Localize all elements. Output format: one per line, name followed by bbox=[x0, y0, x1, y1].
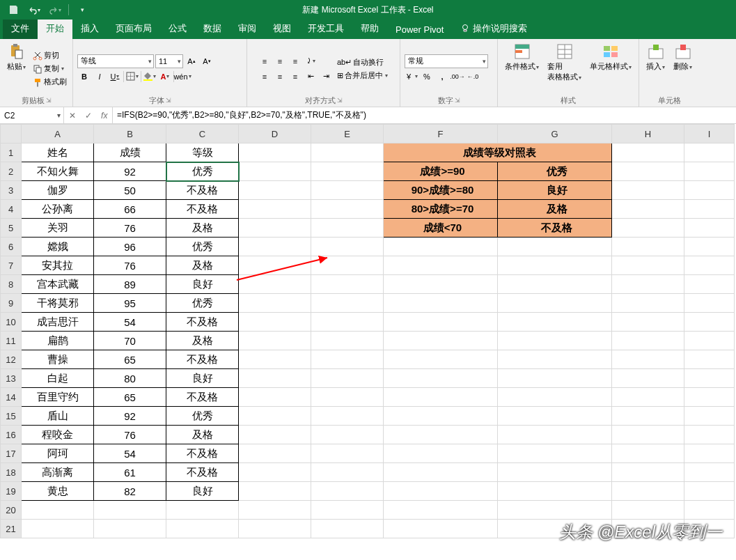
cell-D14[interactable] bbox=[239, 388, 311, 407]
cell-C10[interactable]: 不及格 bbox=[166, 313, 239, 332]
cell-C14[interactable]: 不及格 bbox=[166, 388, 239, 407]
cell-E16[interactable] bbox=[311, 426, 384, 444]
tab-help[interactable]: 帮助 bbox=[352, 18, 387, 39]
comma-button[interactable]: , bbox=[435, 70, 449, 84]
font-color-button[interactable]: A bbox=[158, 70, 172, 84]
align-middle-button[interactable]: ≡ bbox=[273, 54, 287, 68]
cell-D19[interactable] bbox=[239, 482, 311, 501]
cell-G9[interactable] bbox=[498, 294, 612, 313]
underline-button[interactable]: U bbox=[108, 70, 122, 84]
cell-A8[interactable]: 宫本武藏 bbox=[22, 275, 94, 294]
cell-H4[interactable] bbox=[612, 200, 684, 219]
cell-H10[interactable] bbox=[612, 313, 684, 332]
cell-D18[interactable] bbox=[239, 463, 311, 482]
cell-B13[interactable]: 80 bbox=[94, 369, 166, 388]
cell-E7[interactable] bbox=[311, 256, 384, 275]
cell-F17[interactable] bbox=[384, 444, 498, 463]
delete-cells-button[interactable]: 删除 bbox=[671, 42, 695, 95]
cell-F20[interactable] bbox=[384, 501, 498, 520]
increase-decimal-button[interactable]: .00→ bbox=[451, 70, 464, 84]
undo-icon[interactable]: ▾ bbox=[26, 2, 42, 17]
cell-D17[interactable] bbox=[239, 444, 311, 463]
cell-E5[interactable] bbox=[311, 219, 384, 238]
cell-B3[interactable]: 50 bbox=[94, 181, 166, 200]
cell-E3[interactable] bbox=[311, 181, 384, 200]
cell-C21[interactable] bbox=[166, 520, 239, 538]
cell-H14[interactable] bbox=[612, 388, 684, 407]
cell-G2[interactable]: 优秀 bbox=[498, 162, 612, 181]
cell-E17[interactable] bbox=[311, 444, 384, 463]
cell-F1[interactable]: 成绩等级对照表 bbox=[384, 143, 612, 162]
select-all-corner[interactable] bbox=[1, 125, 22, 143]
cell-A16[interactable]: 程咬金 bbox=[22, 426, 94, 444]
cell-D12[interactable] bbox=[239, 350, 311, 369]
cell-I14[interactable] bbox=[684, 388, 735, 407]
enter-formula-icon[interactable]: ✓ bbox=[85, 111, 92, 120]
cell-B21[interactable] bbox=[94, 520, 166, 538]
col-header-B[interactable]: B bbox=[94, 125, 166, 143]
row-header-3[interactable]: 3 bbox=[1, 181, 22, 200]
cell-D13[interactable] bbox=[239, 369, 311, 388]
cell-B14[interactable]: 65 bbox=[94, 388, 166, 407]
border-button[interactable] bbox=[125, 70, 139, 84]
cell-G7[interactable] bbox=[498, 256, 612, 275]
cell-B20[interactable] bbox=[94, 501, 166, 520]
cell-I16[interactable] bbox=[684, 426, 735, 444]
cell-A14[interactable]: 百里守约 bbox=[22, 388, 94, 407]
cell-H20[interactable] bbox=[612, 501, 684, 520]
cell-H12[interactable] bbox=[612, 350, 684, 369]
cut-button[interactable]: 剪切 bbox=[31, 49, 68, 61]
cell-A6[interactable]: 嫦娥 bbox=[22, 238, 94, 256]
cell-A7[interactable]: 安其拉 bbox=[22, 256, 94, 275]
cell-F11[interactable] bbox=[384, 332, 498, 350]
cell-B18[interactable]: 61 bbox=[94, 463, 166, 482]
cell-A12[interactable]: 曹操 bbox=[22, 350, 94, 369]
cell-B2[interactable]: 92 bbox=[94, 162, 166, 181]
cell-I4[interactable] bbox=[684, 200, 735, 219]
cell-E12[interactable] bbox=[311, 350, 384, 369]
insert-cells-button[interactable]: 插入 bbox=[643, 42, 668, 95]
cell-D4[interactable] bbox=[239, 200, 311, 219]
cell-C20[interactable] bbox=[166, 501, 239, 520]
cell-D7[interactable] bbox=[239, 256, 311, 275]
row-header-7[interactable]: 7 bbox=[1, 256, 22, 275]
cell-D16[interactable] bbox=[239, 426, 311, 444]
cell-I17[interactable] bbox=[684, 444, 735, 463]
cell-E13[interactable] bbox=[311, 369, 384, 388]
col-header-A[interactable]: A bbox=[22, 125, 94, 143]
percent-button[interactable]: % bbox=[420, 70, 434, 84]
font-size-combo[interactable]: 11 bbox=[155, 54, 183, 68]
cell-I2[interactable] bbox=[684, 162, 735, 181]
cell-C17[interactable]: 不及格 bbox=[166, 444, 239, 463]
cell-styles-button[interactable]: 单元格样式 bbox=[587, 42, 634, 95]
cell-B4[interactable]: 66 bbox=[94, 200, 166, 219]
cell-E19[interactable] bbox=[311, 482, 384, 501]
cell-F4[interactable]: 80>成绩>=70 bbox=[384, 200, 498, 219]
cell-F9[interactable] bbox=[384, 294, 498, 313]
cell-C11[interactable]: 及格 bbox=[166, 332, 239, 350]
cell-G6[interactable] bbox=[498, 238, 612, 256]
align-top-button[interactable]: ≡ bbox=[258, 54, 272, 68]
cell-H3[interactable] bbox=[612, 181, 684, 200]
cell-G10[interactable] bbox=[498, 313, 612, 332]
cell-H1[interactable] bbox=[612, 143, 684, 162]
cell-H2[interactable] bbox=[612, 162, 684, 181]
cell-I15[interactable] bbox=[684, 407, 735, 426]
launcher-icon[interactable]: ⇲ bbox=[455, 97, 460, 104]
decrease-font-button[interactable]: A▾ bbox=[200, 54, 214, 68]
cell-C5[interactable]: 及格 bbox=[166, 219, 239, 238]
row-header-14[interactable]: 14 bbox=[1, 388, 22, 407]
fx-icon[interactable]: fx bbox=[101, 111, 107, 120]
tab-view[interactable]: 视图 bbox=[265, 18, 299, 39]
cell-C6[interactable]: 优秀 bbox=[166, 238, 239, 256]
row-header-17[interactable]: 17 bbox=[1, 444, 22, 463]
cell-G17[interactable] bbox=[498, 444, 612, 463]
cell-H11[interactable] bbox=[612, 332, 684, 350]
cell-I20[interactable] bbox=[684, 501, 735, 520]
align-bottom-button[interactable]: ≡ bbox=[288, 54, 302, 68]
cell-G14[interactable] bbox=[498, 388, 612, 407]
cell-C12[interactable]: 不及格 bbox=[166, 350, 239, 369]
cell-D10[interactable] bbox=[239, 313, 311, 332]
cell-C4[interactable]: 不及格 bbox=[166, 200, 239, 219]
copy-button[interactable]: 复制 bbox=[31, 63, 68, 75]
